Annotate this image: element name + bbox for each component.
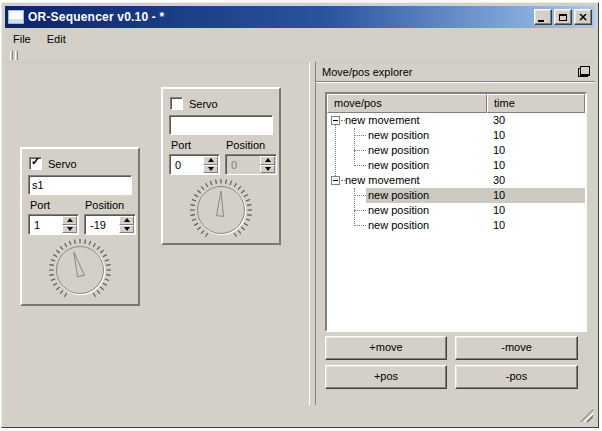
menu-bar: File Edit	[5, 29, 595, 49]
resize-grip-icon[interactable]	[580, 409, 593, 422]
minimize-icon	[538, 20, 544, 22]
port-spinbox[interactable]: 0	[169, 154, 220, 175]
servo-name-input[interactable]	[28, 175, 132, 195]
position-label: Position	[226, 139, 265, 151]
spin-down-button[interactable]	[260, 165, 275, 174]
tree-cell-time: 10	[493, 203, 505, 218]
position-spinbox[interactable]: -19	[84, 214, 136, 235]
maximize-button[interactable]	[554, 9, 572, 25]
tree-cell-label: new position	[368, 158, 429, 173]
servo-dial[interactable]	[186, 175, 256, 245]
tree-row-position[interactable]: new position10	[327, 158, 585, 173]
add-move-button[interactable]: +move	[325, 336, 447, 360]
tree-cell-time: 30	[493, 113, 505, 128]
position-value[interactable]: -19	[87, 217, 118, 232]
window-title: OR-Sequencer v0.10 - *	[28, 10, 534, 24]
port-value[interactable]: 1	[31, 217, 61, 232]
tree-branch-stub	[354, 135, 366, 137]
move-pos-explorer-dock: Move/pos explorer move/pos time new move…	[316, 62, 595, 405]
app-window: OR-Sequencer v0.10 - * × File Edit ✓ Ser…	[1, 2, 599, 428]
port-label: Port	[171, 139, 191, 151]
tree-cell-label: new position	[368, 203, 429, 218]
tree-row-position[interactable]: new position10	[327, 203, 585, 218]
spin-up-button[interactable]	[119, 216, 134, 225]
servo-name-input[interactable]	[169, 115, 273, 135]
tree-cell-label: new movement	[345, 173, 420, 188]
close-icon: ×	[578, 12, 588, 22]
tree-cell-time: 10	[493, 128, 505, 143]
tree-cell-time: 10	[493, 158, 505, 173]
tree-collapse-icon[interactable]	[331, 176, 340, 185]
tree-row-movement[interactable]: new movement30	[327, 113, 585, 128]
position-value[interactable]: 0	[228, 157, 259, 172]
tree-row-position[interactable]: new position10	[327, 218, 585, 233]
spin-down-button[interactable]	[203, 165, 218, 174]
spin-down-button[interactable]	[119, 225, 134, 234]
toolbar	[5, 49, 595, 63]
dock-title-bar[interactable]: Move/pos explorer	[316, 62, 595, 82]
position-spinbox[interactable]: 0	[225, 154, 277, 175]
app-window-icon[interactable]	[8, 10, 24, 24]
servo-panel-1: ✓ Servo Port Position 1 -19	[20, 147, 140, 306]
port-spinbox[interactable]: 1	[28, 214, 79, 235]
tree-header: move/pos time	[327, 94, 585, 113]
servo-checkbox-label: Servo	[189, 98, 218, 110]
tree-cell-time: 30	[493, 173, 505, 188]
tree-row-position[interactable]: new position10	[327, 143, 585, 158]
arrow-down-icon	[265, 167, 271, 171]
status-bar	[5, 405, 595, 424]
servo-panel-2: ✓ Servo Port Position 0 0	[161, 87, 281, 245]
tree-cell-time: 10	[493, 143, 505, 158]
port-value[interactable]: 0	[172, 157, 202, 172]
tree-branch-stub	[354, 210, 366, 212]
arrow-up-icon	[208, 158, 214, 162]
remove-pos-button[interactable]: -pos	[455, 365, 578, 389]
dock-title: Move/pos explorer	[322, 66, 577, 78]
tree-row-movement[interactable]: new movement30	[327, 173, 585, 188]
spin-up-button[interactable]	[62, 216, 77, 225]
menu-edit[interactable]: Edit	[39, 31, 74, 48]
spin-down-button[interactable]	[62, 225, 77, 234]
tree-branch-stub	[354, 165, 366, 167]
arrow-up-icon	[265, 158, 271, 162]
float-icon	[580, 66, 590, 76]
arrow-down-icon	[208, 167, 214, 171]
minimize-button[interactable]	[534, 9, 552, 25]
servo-checkbox[interactable]: ✓	[170, 97, 183, 110]
tree-cell-label: new position	[368, 143, 429, 158]
arrow-down-icon	[124, 227, 130, 231]
servo-dial[interactable]	[45, 235, 115, 305]
tree-header-movepos[interactable]: move/pos	[327, 94, 487, 113]
tree-header-time[interactable]: time	[487, 94, 585, 113]
remove-move-button[interactable]: -move	[455, 336, 578, 360]
spin-up-button[interactable]	[260, 156, 275, 165]
move-pos-tree: move/pos time new movement30new position…	[325, 92, 587, 332]
servo-checkbox[interactable]: ✓	[29, 157, 42, 170]
tree-body: new movement30new position10new position…	[327, 113, 585, 330]
arrow-down-icon	[67, 227, 73, 231]
tree-collapse-icon[interactable]	[331, 116, 340, 125]
tree-cell-time: 10	[493, 218, 505, 233]
servo-checkbox-label: Servo	[48, 158, 77, 170]
tree-cell-label: new position	[368, 218, 429, 233]
toolbar-grip-icon[interactable]	[10, 51, 18, 60]
close-button[interactable]: ×	[574, 9, 592, 25]
spin-up-button[interactable]	[203, 156, 218, 165]
tree-row-position[interactable]: new position10	[327, 188, 585, 203]
tree-cell-label: new position	[368, 188, 429, 203]
position-label: Position	[85, 199, 124, 211]
tree-row-position[interactable]: new position10	[327, 128, 585, 143]
tree-branch-stub	[354, 150, 366, 152]
main-area: ✓ Servo Port Position 1 -19	[5, 62, 595, 405]
arrow-up-icon	[124, 218, 130, 222]
tree-cell-time: 10	[493, 188, 505, 203]
desktop: OR-Sequencer v0.10 - * × File Edit ✓ Ser…	[0, 0, 602, 431]
menu-file[interactable]: File	[5, 31, 39, 48]
dock-resize-handle[interactable]	[309, 62, 316, 405]
title-bar[interactable]: OR-Sequencer v0.10 - * ×	[5, 6, 595, 28]
dock-float-button[interactable]	[577, 65, 591, 78]
add-pos-button[interactable]: +pos	[325, 365, 447, 389]
tree-cell-label: new position	[368, 128, 429, 143]
tree-branch-stub	[354, 225, 366, 227]
tree-branch-stub	[354, 195, 366, 197]
